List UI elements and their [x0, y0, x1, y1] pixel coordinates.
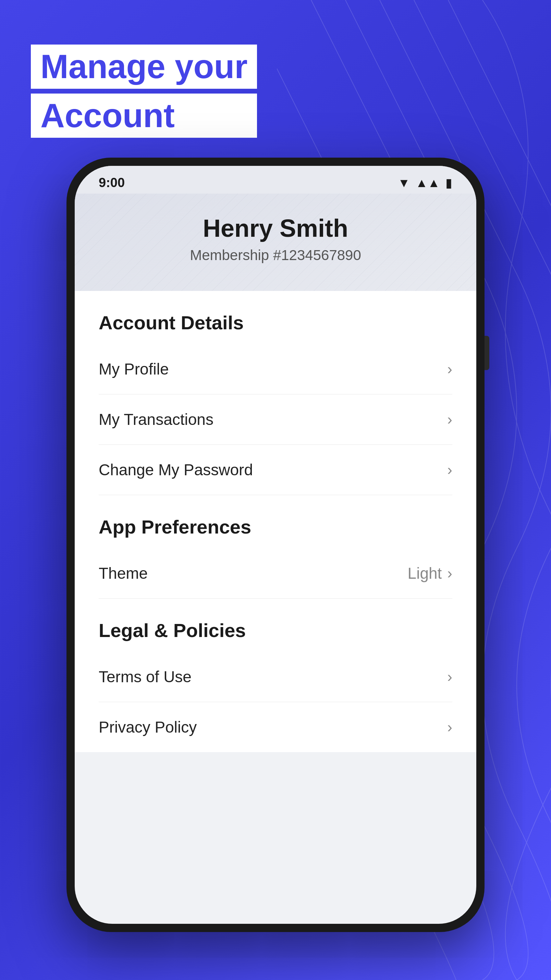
wifi-icon: ▼: [398, 176, 410, 190]
profile-name: Henry Smith: [99, 214, 452, 242]
content-area: Account Details My Profile › My Transact…: [75, 291, 476, 752]
chevron-icon-terms-of-use: ›: [447, 668, 452, 685]
chevron-icon-my-transactions: ›: [447, 411, 452, 428]
menu-item-label-terms-of-use: Terms of Use: [99, 668, 191, 686]
headline-container: Manage your Account: [31, 45, 257, 142]
menu-item-label-privacy-policy: Privacy Policy: [99, 718, 197, 737]
chevron-icon-theme: ›: [447, 565, 452, 582]
profile-membership: Membership #1234567890: [99, 247, 452, 264]
menu-item-label-theme: Theme: [99, 564, 148, 582]
menu-item-label-my-transactions: My Transactions: [99, 410, 213, 429]
menu-item-my-transactions[interactable]: My Transactions ›: [99, 395, 452, 445]
menu-item-privacy-policy[interactable]: Privacy Policy ›: [99, 702, 452, 752]
profile-header: Henry Smith Membership #1234567890: [75, 194, 476, 291]
menu-item-right-theme: Light ›: [408, 564, 452, 582]
menu-item-change-password[interactable]: Change My Password ›: [99, 445, 452, 495]
signal-icon: ▲▲: [416, 176, 440, 190]
menu-item-theme[interactable]: Theme Light ›: [99, 548, 452, 599]
status-icons: ▼ ▲▲ ▮: [398, 176, 452, 190]
menu-item-label-change-password: Change My Password: [99, 461, 253, 479]
headline-line2: Account: [31, 94, 257, 138]
menu-item-my-profile[interactable]: My Profile ›: [99, 344, 452, 395]
phone-mockup: 9:00 ▼ ▲▲ ▮ Henry Smith Membership #1234…: [67, 158, 484, 932]
section-title-legal-policies: Legal & Policies: [99, 599, 452, 652]
status-bar: 9:00 ▼ ▲▲ ▮: [75, 166, 476, 194]
theme-value: Light: [408, 564, 442, 582]
menu-item-label-my-profile: My Profile: [99, 360, 169, 378]
chevron-icon-my-profile: ›: [447, 361, 452, 378]
headline-line1: Manage your: [31, 45, 257, 89]
phone-outer-frame: 9:00 ▼ ▲▲ ▮ Henry Smith Membership #1234…: [67, 158, 484, 932]
battery-icon: ▮: [446, 176, 452, 190]
section-title-app-preferences: App Preferences: [99, 495, 452, 548]
menu-item-terms-of-use[interactable]: Terms of Use ›: [99, 652, 452, 702]
phone-screen: 9:00 ▼ ▲▲ ▮ Henry Smith Membership #1234…: [75, 166, 476, 924]
chevron-icon-change-password: ›: [447, 461, 452, 478]
chevron-icon-privacy-policy: ›: [447, 719, 452, 736]
status-time: 9:00: [99, 175, 125, 190]
section-title-account-details: Account Details: [99, 291, 452, 344]
